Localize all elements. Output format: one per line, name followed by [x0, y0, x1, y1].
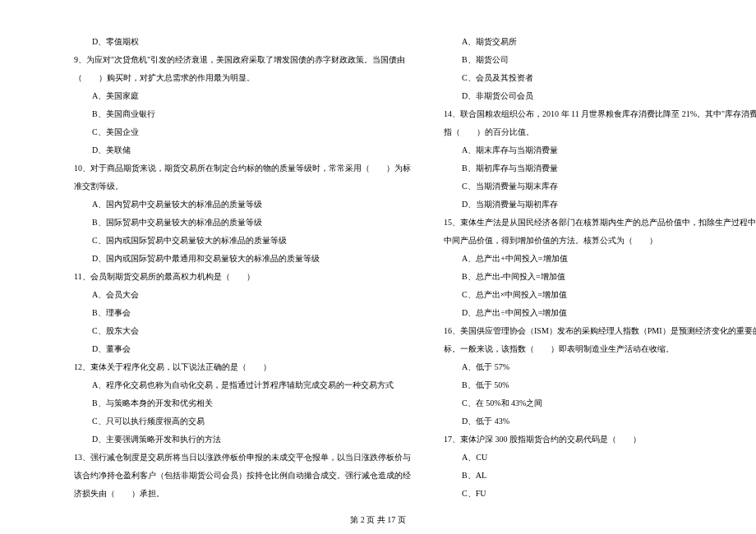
- question-line: 标。一般来说，该指数（ ）即表明制造业生产活动在收缩。: [444, 340, 756, 358]
- answer-option: B、与策略本身的开发和优劣相关: [74, 394, 411, 412]
- answer-option: D、主要强调策略开发和执行的方法: [74, 430, 411, 449]
- answer-option: C、总产出×中间投入=增加值: [444, 286, 756, 304]
- answer-option: A、期货交易所: [444, 33, 756, 51]
- answer-option: B、理事会: [74, 304, 411, 322]
- question-line: 13、强行减仓制度是交易所将当日以涨跌停板价申报的未成交平仓报单，以当日涨跌停板…: [74, 449, 411, 467]
- question-line: 15、束体生产法是从国民经济各部门在核算期内生产的总产品价值中，扣除生产过程中投…: [444, 214, 756, 232]
- question-line: 9、为应对"次贷危机"引发的经济衰退，美国政府采取了增发国债的赤字财政政策。当国…: [74, 51, 411, 69]
- answer-option: B、AL: [444, 467, 756, 485]
- answer-option: C、国内或国际贸易中交易量较大的标准品的质量等级: [74, 232, 411, 250]
- question-line: 12、束体关于程序化交易，以下说法正确的是（ ）: [74, 358, 411, 376]
- page-footer: 第 2 页 共 17 页: [0, 514, 756, 526]
- question-line: 10、对于商品期货来说，期货交易所在制定合约标的物的质量等级时，常常采用（ ）为…: [74, 159, 411, 177]
- answer-option: A、程序化交易也称为自动化交易，是指通过计算程序辅助完成交易的一种交易方式: [74, 376, 411, 394]
- answer-option: B、期货公司: [444, 51, 756, 69]
- answer-option: D、非期货公司会员: [444, 87, 756, 105]
- answer-option: D、总产出÷中间投入=增加值: [444, 304, 756, 322]
- answer-option: C、当期消费量与期末库存: [444, 177, 756, 196]
- answer-option: D、董事会: [74, 340, 411, 358]
- question-line: 该合约净持仓盈利客户（包括非期货公司会员）按持仓比例自动撮合成交。强行减仓造成的…: [74, 467, 411, 485]
- question-line: 14、联合国粮农组织公布，2010 年 11 月世界粮食库存消费比降至 21%。…: [444, 105, 756, 123]
- answer-option: C、美国企业: [74, 123, 411, 141]
- left-column: D、零值期权9、为应对"次贷危机"引发的经济衰退，美国政府采取了增发国债的赤字财…: [74, 33, 411, 509]
- answer-option: A、总产出+中间投入=增加值: [444, 250, 756, 268]
- answer-option: B、国际贸易中交易量较大的标准品的质量等级: [74, 214, 411, 232]
- question-line: 17、束体沪深 300 股指期货合约的交易代码是（ ）: [444, 430, 756, 449]
- answer-option: C、在 50%和 43%之间: [444, 394, 756, 412]
- answer-option: B、总产出-中间投入=增加值: [444, 268, 756, 286]
- answer-option: C、只可以执行频度很高的交易: [74, 412, 411, 430]
- answer-option: B、低于 50%: [444, 376, 756, 394]
- question-line: 11、会员制期货交易所的最高权力机构是（ ）: [74, 268, 411, 286]
- answer-option: B、美国商业银行: [74, 105, 411, 123]
- question-line: 指（ ）的百分比值。: [444, 123, 756, 141]
- question-line: 中间产品价值，得到增加价值的方法。核算公式为（ ）: [444, 232, 756, 250]
- answer-option: A、会员大会: [74, 286, 411, 304]
- question-line: 准交割等级。: [74, 177, 411, 196]
- answer-option: D、低于 43%: [444, 412, 756, 430]
- answer-option: C、股东大会: [74, 322, 411, 340]
- right-column: A、期货交易所B、期货公司C、会员及其投资者D、非期货公司会员14、联合国粮农组…: [444, 33, 756, 509]
- page-columns: D、零值期权9、为应对"次贷危机"引发的经济衰退，美国政府采取了增发国债的赤字财…: [74, 33, 707, 509]
- question-line: 16、美国供应管理协会（ISM）发布的采购经理人指数（PMI）是预测经济变化的重…: [444, 322, 756, 340]
- answer-option: A、期末库存与当期消费量: [444, 141, 756, 159]
- answer-option: B、期初库存与当期消费量: [444, 159, 756, 177]
- question-line: （ ）购买时，对扩大总需求的作用最为明显。: [74, 69, 411, 87]
- answer-option: D、零值期权: [74, 33, 411, 51]
- answer-option: C、FU: [444, 485, 756, 503]
- answer-option: D、国内或国际贸易中最通用和交易量较大的标准品的质量等级: [74, 250, 411, 268]
- answer-option: D、当期消费量与期初库存: [444, 196, 756, 214]
- question-line: 济损失由（ ）承担。: [74, 485, 411, 503]
- answer-option: A、低于 57%: [444, 358, 756, 376]
- answer-option: C、会员及其投资者: [444, 69, 756, 87]
- answer-option: A、美国家庭: [74, 87, 411, 105]
- answer-option: D、美联储: [74, 141, 411, 159]
- answer-option: A、国内贸易中交易量较大的标准品的质量等级: [74, 196, 411, 214]
- answer-option: A、CU: [444, 449, 756, 467]
